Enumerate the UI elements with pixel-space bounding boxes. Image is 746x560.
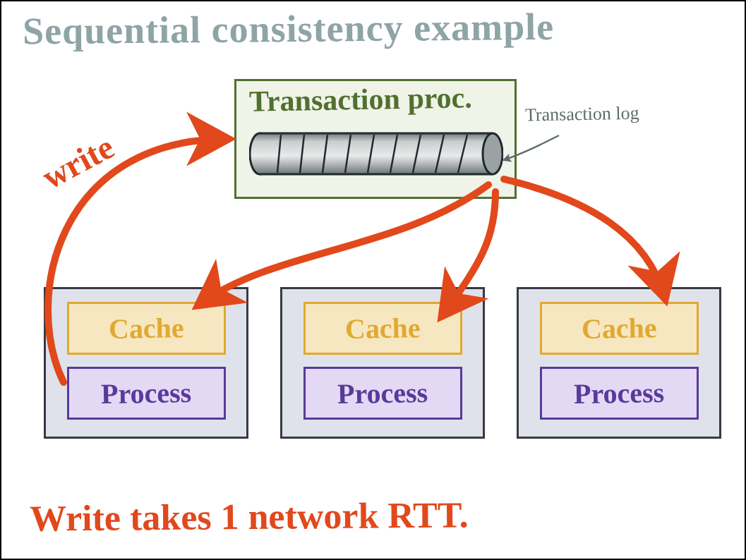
process-node-1: Cache Process bbox=[44, 287, 248, 439]
process-box: Process bbox=[540, 367, 699, 420]
svg-rect-1 bbox=[260, 133, 493, 174]
cache-box: Cache bbox=[67, 302, 226, 355]
svg-point-2 bbox=[483, 133, 503, 174]
process-label: Process bbox=[574, 376, 665, 410]
process-box: Process bbox=[303, 367, 462, 420]
process-node-2: Cache Process bbox=[280, 287, 485, 439]
cache-label: Cache bbox=[582, 311, 657, 346]
process-label: Process bbox=[337, 376, 428, 410]
cache-box: Cache bbox=[540, 302, 699, 355]
diagram-caption: Write takes 1 network RTT. bbox=[30, 494, 469, 539]
cache-label: Cache bbox=[109, 311, 184, 346]
transaction-processor-label: Transaction proc. bbox=[249, 80, 473, 118]
process-node-3: Cache Process bbox=[517, 287, 721, 439]
transaction-processor-box: Transaction proc. bbox=[234, 79, 517, 199]
diagram-title: Sequential consistency example bbox=[23, 5, 555, 54]
diagram-canvas: Sequential consistency example Transacti… bbox=[0, 0, 746, 560]
cache-label: Cache bbox=[345, 311, 421, 346]
write-arrow-label: write bbox=[35, 127, 120, 197]
transaction-log-icon bbox=[249, 132, 503, 176]
transaction-log-label: Transaction log bbox=[525, 103, 639, 126]
process-label: Process bbox=[101, 376, 192, 410]
cache-box: Cache bbox=[303, 302, 462, 355]
process-box: Process bbox=[67, 367, 226, 420]
